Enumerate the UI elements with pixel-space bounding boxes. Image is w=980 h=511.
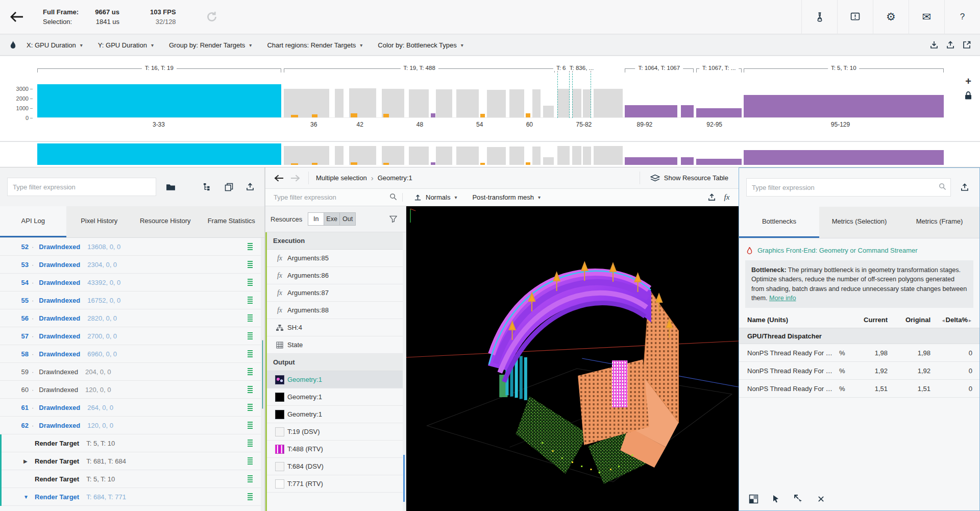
chart-bar[interactable] <box>543 106 554 117</box>
chart-bar[interactable] <box>284 146 329 165</box>
chart-bar[interactable] <box>509 147 524 165</box>
metric-row[interactable]: NonPS Thread Ready For Di...%1,921,920 <box>739 362 979 380</box>
viewer-export-icon[interactable] <box>704 190 719 205</box>
breadcrumb-geometry[interactable]: Geometry:1 <box>378 174 412 182</box>
col-current-header[interactable]: Current <box>848 316 888 324</box>
chart-bar[interactable] <box>557 89 569 117</box>
chart-bar[interactable] <box>480 163 485 165</box>
col-name-header[interactable]: Name (Units) <box>747 316 848 324</box>
chart-bar[interactable] <box>382 146 404 165</box>
minimap-plot[interactable] <box>37 143 944 165</box>
experiments-icon[interactable] <box>801 0 837 34</box>
y-axis-dropdown[interactable]: Y: GPU Duration ▾ <box>92 37 163 53</box>
tab-resource-history[interactable]: Resource History <box>132 206 199 237</box>
api-export-icon[interactable] <box>243 179 257 194</box>
mesh-mode-dropdown[interactable]: Post-transform mesh ▾ <box>466 190 550 205</box>
close-icon[interactable] <box>815 493 827 504</box>
chart-bar[interactable] <box>625 105 677 117</box>
api-log-row[interactable]: 56·DrawIndexed2820, 0, 0 <box>0 309 261 327</box>
toggle-out[interactable]: Out <box>339 212 356 226</box>
history-forward-button[interactable] <box>287 170 303 186</box>
chart-bar[interactable] <box>351 162 357 165</box>
col-delta-header[interactable]: ◂Delta%▸ <box>930 316 972 324</box>
toggle-in[interactable]: In <box>308 212 324 226</box>
chart-bar[interactable] <box>572 146 581 165</box>
api-log-row[interactable]: 57·DrawIndexed2700, 0, 0 <box>0 327 261 345</box>
settings-gear-icon[interactable]: ⚙ <box>873 0 909 34</box>
chart-bar[interactable] <box>583 89 591 117</box>
metric-row[interactable]: NonPS Thread Ready For Di...%1,981,980 <box>739 344 979 362</box>
resource-item[interactable]: Geometry:1 <box>267 388 403 406</box>
delta-right-arrow-icon[interactable]: ▸ <box>969 318 971 323</box>
pointer-icon[interactable] <box>770 493 782 504</box>
metric-group-header[interactable]: GPU/Thread Dispatcher <box>739 328 979 344</box>
chart-bar[interactable] <box>431 162 435 165</box>
metrics-filter-input[interactable] <box>746 178 951 197</box>
resource-scrollbar[interactable] <box>403 232 406 511</box>
chart-bar[interactable] <box>335 146 344 165</box>
col-original-header[interactable]: Original <box>888 316 930 324</box>
collapse-arrow-icon[interactable]: ▼ <box>23 494 35 500</box>
texture-compare-icon[interactable] <box>747 493 760 504</box>
chart-bar[interactable] <box>526 113 530 117</box>
color-by-dropdown[interactable]: Color by: Bottleneck Types ▾ <box>372 37 472 53</box>
chart-bar[interactable] <box>383 114 389 117</box>
chart-bar[interactable] <box>543 157 554 165</box>
chart-bar[interactable] <box>594 146 623 165</box>
api-log-row[interactable]: 61·DrawIndexed264, 0, 0 <box>0 399 261 417</box>
back-button[interactable] <box>0 0 34 34</box>
resource-item[interactable]: T:19 (DSV) <box>267 423 403 441</box>
lock-icon[interactable] <box>965 91 972 100</box>
chart-bar[interactable] <box>744 150 944 165</box>
history-back-button[interactable] <box>271 170 287 186</box>
resource-item[interactable]: Geometry:1 <box>267 371 403 388</box>
chart-bar[interactable] <box>382 89 404 117</box>
render-target-row[interactable]: Render TargetT: 5, T: 10 <box>0 470 261 488</box>
scrollbar-thumb[interactable] <box>262 340 263 409</box>
chart-bar[interactable] <box>409 147 429 165</box>
contact-mail-icon[interactable]: ✉ <box>909 0 944 34</box>
chart-bar[interactable] <box>383 163 389 165</box>
tab-frame-statistics[interactable]: Frame Statistics <box>199 206 265 237</box>
chart-bar[interactable] <box>291 163 298 165</box>
render-target-row[interactable]: Render TargetT: 5, T: 10 <box>0 434 261 452</box>
resource-filter-field[interactable] <box>270 193 389 201</box>
delta-left-arrow-icon[interactable]: ◂ <box>942 318 945 323</box>
api-log-row[interactable]: 59·DrawIndexed204, 0, 0 <box>0 363 261 381</box>
resource-item[interactable]: T:684 (DSV) <box>267 458 403 475</box>
tab-metrics-selection[interactable]: Metrics (Selection) <box>819 207 899 238</box>
tab-api-log[interactable]: API Log <box>0 206 66 237</box>
refresh-icon[interactable] <box>201 6 223 28</box>
chart-bar[interactable] <box>509 89 524 117</box>
chart-bar[interactable] <box>335 89 344 117</box>
chart-bar[interactable] <box>436 89 452 117</box>
chart-bar[interactable] <box>487 147 506 165</box>
toggle-exe[interactable]: Exe <box>324 212 340 226</box>
chart-bar[interactable] <box>37 84 281 117</box>
chart-bar[interactable] <box>291 115 298 117</box>
zoom-in-button[interactable]: + <box>965 76 971 87</box>
resource-item[interactable]: SH:4 <box>267 319 403 336</box>
tab-metrics-frame[interactable]: Metrics (Frame) <box>899 207 979 238</box>
chart-bar[interactable] <box>284 89 329 117</box>
chart-bar[interactable] <box>681 105 694 117</box>
resource-item[interactable]: T:771 (RTV) <box>267 475 403 493</box>
import-icon[interactable] <box>926 37 942 53</box>
api-log-row[interactable]: 54·DrawIndexed43392, 0, 0 <box>0 274 261 291</box>
chart-bar[interactable] <box>594 89 623 117</box>
x-axis-dropdown[interactable]: X: GPU Duration ▾ <box>20 37 92 53</box>
scrollbar-thumb[interactable] <box>403 455 405 502</box>
api-log-row[interactable]: 62·DrawIndexed120, 0, 0 <box>0 417 261 434</box>
resource-item[interactable]: State <box>267 336 403 354</box>
chart-bar[interactable] <box>681 157 694 165</box>
resource-item[interactable]: fxArguments:88 <box>267 302 403 319</box>
chart-bar[interactable] <box>625 157 677 165</box>
metrics-export-icon[interactable] <box>957 180 972 195</box>
api-log-scrollbar[interactable] <box>261 238 264 511</box>
chart-bar[interactable] <box>37 143 281 165</box>
chart-bar[interactable] <box>456 147 479 165</box>
feedback-icon[interactable] <box>837 0 873 34</box>
breadcrumb-multiple-selection[interactable]: Multiple selection <box>316 174 367 182</box>
shader-fx-icon[interactable]: fx <box>719 190 734 205</box>
chart-bar[interactable] <box>409 89 429 117</box>
